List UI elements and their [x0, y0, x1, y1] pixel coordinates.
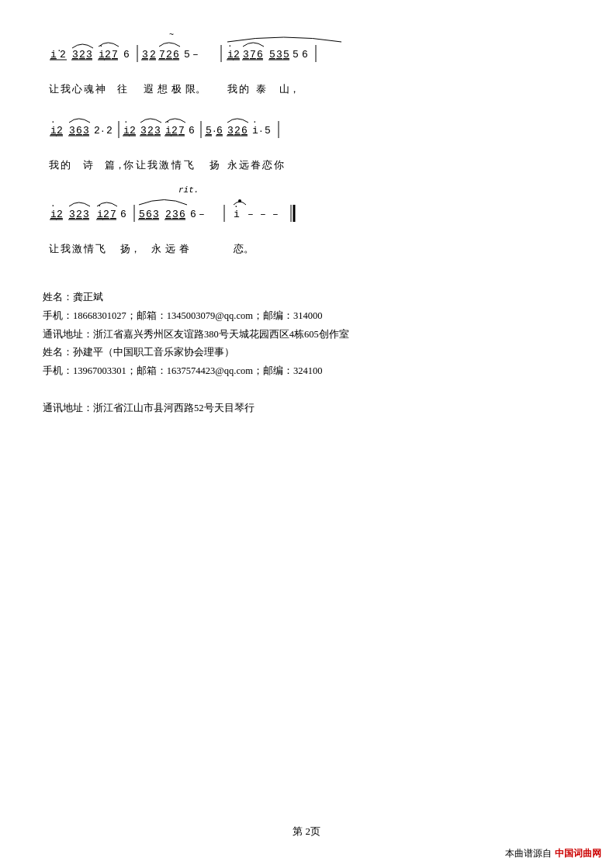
svg-text:2: 2	[106, 125, 113, 137]
svg-text:极: 极	[171, 84, 182, 95]
svg-text:7: 7	[112, 49, 118, 61]
svg-text:6: 6	[257, 49, 263, 61]
svg-text:2: 2	[130, 125, 136, 137]
svg-text:心: 心	[71, 83, 82, 95]
svg-text:·: ·	[227, 41, 233, 50]
svg-text:情: 情	[83, 244, 94, 255]
svg-text:2: 2	[165, 209, 171, 220]
svg-text:i: i	[227, 49, 234, 61]
svg-text:2: 2	[234, 49, 240, 61]
score-row-2-lyrics: 我 的 诗 篇， 你 让 我 激 情 飞 扬 永 远 眷 恋 你	[43, 157, 570, 174]
svg-text:诗: 诗	[83, 160, 93, 171]
svg-text:2: 2	[105, 49, 111, 61]
svg-text:永: 永	[227, 159, 237, 171]
svg-text:6: 6	[216, 125, 223, 137]
svg-text:2: 2	[103, 209, 109, 220]
contact-line-4: 姓名：孙建平（中国职工音乐家协会理事）	[43, 344, 570, 362]
svg-text:我: 我	[49, 160, 59, 171]
svg-text:恋。: 恋。	[233, 243, 254, 255]
score-row-1-notes: i · 2 3 2 3 i · 2 7	[43, 31, 570, 71]
score-row-2-notes: i · 2 3 6 3 2 · 2 i · 2	[43, 107, 570, 147]
svg-text:我: 我	[61, 244, 71, 255]
svg-text:3: 3	[276, 49, 282, 61]
score-area: i · 2 3 2 3 i · 2 7	[43, 23, 570, 267]
svg-text:扬: 扬	[210, 160, 220, 171]
svg-text:–: –	[272, 209, 279, 220]
svg-text:2: 2	[57, 209, 63, 220]
svg-text:2: 2	[150, 49, 156, 61]
svg-text:–: –	[199, 209, 205, 220]
svg-text:5: 5	[293, 49, 299, 61]
svg-text:让: 让	[49, 244, 59, 255]
svg-text:3: 3	[69, 209, 75, 220]
svg-text:·: ·	[50, 201, 56, 210]
svg-text:我: 我	[147, 160, 158, 171]
svg-text:7: 7	[159, 49, 165, 61]
svg-text:激: 激	[159, 160, 169, 171]
contact-line-2: 手机：18668301027；邮箱：1345003079@qq.com；邮编：3…	[43, 307, 570, 326]
svg-text:5: 5	[139, 209, 145, 220]
svg-text:想: 想	[157, 84, 168, 95]
svg-text:3: 3	[243, 49, 249, 61]
footer-watermark: 本曲谱源自 中国词曲网	[505, 847, 601, 860]
svg-text:情: 情	[171, 160, 182, 171]
svg-text:2: 2	[76, 209, 82, 220]
svg-text:3: 3	[142, 49, 148, 61]
svg-text:往: 往	[117, 84, 127, 95]
svg-text:飞: 飞	[95, 244, 106, 255]
svg-text:·: ·	[234, 202, 239, 211]
page-number: 第 2页	[0, 825, 613, 839]
svg-text:–: –	[260, 209, 266, 220]
svg-text:神: 神	[95, 84, 106, 95]
svg-text:2: 2	[57, 125, 63, 137]
svg-text:i: i	[97, 209, 103, 220]
svg-text:i: i	[123, 125, 130, 137]
svg-text:你: 你	[273, 160, 284, 171]
svg-text:3: 3	[172, 209, 178, 220]
svg-text:飞: 飞	[184, 160, 194, 171]
svg-text:2: 2	[147, 125, 154, 137]
svg-text:3: 3	[83, 125, 89, 137]
svg-text:眷: 眷	[251, 160, 261, 171]
svg-text:2: 2	[94, 125, 100, 137]
svg-text:限。: 限。	[185, 84, 206, 95]
svg-text:~: ~	[169, 31, 174, 40]
svg-text:3: 3	[227, 125, 234, 137]
svg-text:6: 6	[120, 209, 126, 220]
svg-text:·: ·	[252, 117, 258, 126]
svg-text:3: 3	[69, 125, 75, 137]
contact-line-5: 手机：13967003301；邮箱：1637574423@qq.com；邮编：3…	[43, 362, 570, 381]
svg-text:2: 2	[60, 49, 66, 61]
score-row-1-lyrics: 让 我 心 魂 神 往 遐 想 极 限。 我 的 泰 山，	[43, 81, 570, 98]
svg-text:i: i	[50, 125, 57, 137]
svg-text:远: 远	[239, 160, 249, 171]
watermark-site: 中国词曲网	[555, 847, 601, 860]
svg-text:3: 3	[153, 209, 159, 220]
svg-text:–: –	[192, 49, 199, 61]
svg-text:让: 让	[49, 84, 59, 95]
svg-text:3: 3	[83, 209, 89, 220]
svg-text:6: 6	[241, 125, 248, 137]
svg-text:7: 7	[178, 125, 185, 137]
svg-text:7: 7	[110, 209, 116, 220]
svg-text:永: 永	[151, 243, 161, 255]
svg-text:眷: 眷	[179, 244, 189, 255]
svg-text:6: 6	[190, 209, 196, 220]
contact-line-3: 通讯地址：浙江省嘉兴秀州区友谊路380号天城花园西区4栋605创作室	[43, 326, 570, 344]
page: i · 2 3 2 3 i · 2 7	[0, 0, 613, 868]
svg-text:6: 6	[173, 49, 179, 61]
svg-text:i: i	[252, 125, 258, 137]
svg-text:我: 我	[227, 84, 237, 95]
watermark-prefix: 本曲谱源自	[505, 847, 552, 860]
svg-text:山，: 山，	[279, 84, 300, 95]
svg-text:2: 2	[79, 49, 85, 61]
svg-text:6: 6	[179, 209, 185, 220]
svg-text:5: 5	[206, 125, 212, 137]
svg-text:3: 3	[154, 125, 161, 137]
svg-text:遐: 遐	[144, 84, 154, 95]
svg-text:2: 2	[171, 125, 178, 137]
contact-line-6	[43, 381, 570, 399]
contact-line-1: 姓名：龚正斌	[43, 289, 570, 307]
svg-text:魂: 魂	[84, 84, 94, 95]
svg-text:篇，: 篇，	[105, 160, 125, 171]
